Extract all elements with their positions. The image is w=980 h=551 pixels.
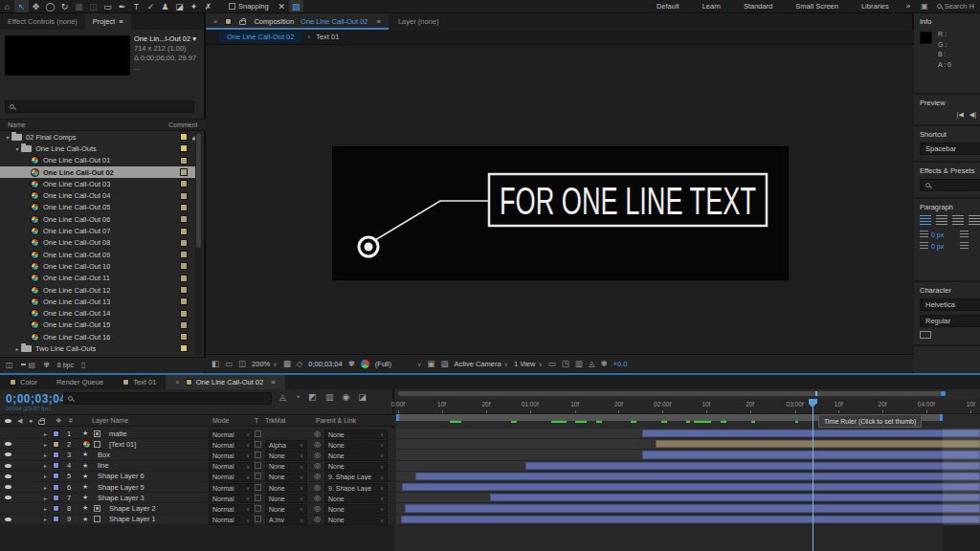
- pixel-aspect-icon[interactable]: ▭: [548, 359, 556, 368]
- project-comp-row[interactable]: One Line Call-Out 13: [0, 296, 195, 307]
- hand-tool[interactable]: ✥: [29, 0, 43, 12]
- mask-expansion-icon[interactable]: ▧: [289, 0, 303, 12]
- label-color-swatch[interactable]: [180, 168, 188, 176]
- layer-track[interactable]: [396, 429, 980, 439]
- rotate-tool[interactable]: ↻: [57, 0, 72, 12]
- mode-dropdown[interactable]: Normal∨: [209, 483, 254, 493]
- previous-frame-button[interactable]: ◀|: [969, 111, 976, 119]
- timeline-timecode[interactable]: 0;00;03;04: [6, 392, 67, 406]
- project-comp-row[interactable]: One Line Call-Out 14: [0, 307, 195, 319]
- eye-icon[interactable]: [5, 482, 11, 492]
- parent-dropdown[interactable]: None∨: [324, 430, 388, 439]
- label-color-swatch[interactable]: [53, 493, 59, 502]
- workspace-bar-icon[interactable]: ▣: [916, 2, 933, 11]
- mask-visibility-icon[interactable]: ◇: [297, 359, 303, 368]
- layer-row[interactable]: ▸4★lineNormal∨None∨◎None∨: [0, 461, 394, 472]
- flowchart-button-icon[interactable]: ◬: [589, 359, 595, 368]
- t-switch[interactable]: [255, 482, 262, 492]
- label-color-swatch[interactable]: [180, 310, 188, 318]
- puppet-pin-tool[interactable]: ✗: [201, 0, 215, 12]
- breadcrumb-parent[interactable]: One Line Call-Out 02: [219, 32, 301, 42]
- layer-row[interactable]: ▸5★Shape Layer 6Normal∨None∨◎9. Shape La…: [0, 472, 394, 482]
- playhead-handle[interactable]: [809, 399, 817, 408]
- camera-tool[interactable]: ▦: [72, 0, 86, 12]
- solo-column-icon[interactable]: ●: [29, 417, 33, 424]
- layer-name[interactable]: Shape Layer 6: [98, 472, 145, 481]
- label-color-swatch[interactable]: [180, 192, 188, 200]
- project-comp-row[interactable]: One Line Call-Out 01: [0, 155, 195, 166]
- eraser-tool[interactable]: ◪: [172, 0, 187, 12]
- motion-blur-icon[interactable]: ◉: [342, 392, 349, 402]
- trkmat-dropdown[interactable]: None∨: [265, 504, 307, 514]
- align-left-button[interactable]: [920, 215, 931, 225]
- twirl-icon[interactable]: ▸: [13, 345, 21, 352]
- twirl-icon[interactable]: ▸: [44, 439, 47, 449]
- mode-dropdown[interactable]: Normal∨: [209, 440, 254, 450]
- effects-presets-title[interactable]: Effects & Presets: [920, 166, 980, 175]
- label-color-swatch[interactable]: [180, 215, 188, 223]
- navigator-handle[interactable]: [941, 391, 946, 396]
- indent-right-value[interactable]: 0 px: [931, 243, 944, 250]
- layer-duration-bar[interactable]: [642, 430, 980, 437]
- region-of-interest-icon[interactable]: ▣: [427, 359, 434, 368]
- info-title[interactable]: Info: [920, 17, 980, 26]
- label-color-swatch[interactable]: [180, 180, 188, 187]
- project-scrollbar[interactable]: [195, 131, 202, 355]
- layer-row[interactable]: ▸9★Shape Layer 1Normal∨A.Inv∨◎None∨: [0, 515, 394, 525]
- t-switch[interactable]: [255, 439, 262, 449]
- pickwhip-icon[interactable]: ◎: [314, 503, 321, 513]
- layer-duration-bar[interactable]: [642, 451, 980, 458]
- label-color-swatch[interactable]: [180, 286, 188, 294]
- zoom-tool[interactable]: ◯: [43, 0, 57, 12]
- project-comp-row[interactable]: One Line Call-Out 03: [0, 178, 195, 189]
- draft-3d-icon[interactable]: ◔: [295, 392, 300, 402]
- column-name[interactable]: Name: [0, 121, 168, 128]
- project-search-input[interactable]: [5, 100, 194, 113]
- audio-column-icon[interactable]: ◀: [17, 417, 22, 425]
- project-comp-row[interactable]: One Line Call-Out 16: [0, 331, 195, 342]
- column-t[interactable]: T: [255, 417, 258, 424]
- layer-duration-bar[interactable]: [401, 516, 980, 523]
- twirl-icon[interactable]: ▸: [44, 493, 47, 502]
- workspace-standard[interactable]: Standard: [732, 2, 784, 11]
- effects-search-input[interactable]: [920, 179, 980, 191]
- column-comment[interactable]: Comment: [168, 121, 197, 128]
- type-tool[interactable]: T: [129, 0, 144, 12]
- view-layout-dropdown[interactable]: 1 View∨: [514, 360, 543, 368]
- label-color-swatch[interactable]: [180, 144, 188, 152]
- t-switch[interactable]: [255, 450, 262, 459]
- column-trkmat[interactable]: TrkMat: [265, 417, 286, 424]
- layer-name[interactable]: line: [98, 461, 109, 471]
- snapping-checkbox[interactable]: [229, 3, 235, 10]
- layer-track[interactable]: [396, 493, 980, 503]
- layer-track[interactable]: [396, 482, 980, 493]
- layer-duration-bar[interactable]: [525, 462, 980, 470]
- zoom-dropdown[interactable]: 200%∨: [252, 360, 278, 368]
- t-switch[interactable]: [255, 461, 262, 471]
- project-comp-row[interactable]: One Line Call-Out 09: [0, 249, 195, 260]
- mode-dropdown[interactable]: Normal∨: [209, 516, 254, 525]
- label-color-swatch[interactable]: [180, 239, 188, 247]
- timeline-tab-color[interactable]: Color: [0, 375, 47, 389]
- eye-icon[interactable]: [5, 493, 11, 502]
- brush-tool[interactable]: ✓: [144, 0, 158, 12]
- tab-composition[interactable]: × Composition One Line Call-Out 02 ≡: [206, 13, 389, 30]
- twirl-icon[interactable]: ▾: [13, 145, 21, 152]
- trkmat-dropdown[interactable]: Alpha∨: [265, 440, 307, 450]
- layer-name[interactable]: Shape Layer 3: [98, 493, 145, 502]
- twirl-icon[interactable]: ▸: [44, 450, 47, 459]
- project-comp-row[interactable]: One Line Call-Out 15: [0, 320, 195, 331]
- label-color-swatch[interactable]: [53, 472, 59, 481]
- label-color-swatch[interactable]: [180, 275, 188, 282]
- tab-layer[interactable]: Layer (none): [389, 13, 449, 30]
- font-family-dropdown[interactable]: Helvetica: [920, 298, 980, 311]
- project-comp-row[interactable]: One Line Call-Out 11: [0, 273, 195, 284]
- frame-blending-icon[interactable]: ▥: [325, 392, 334, 402]
- comp-mini-flowchart-icon[interactable]: ◬: [279, 392, 286, 402]
- align-center-button[interactable]: [936, 215, 947, 225]
- pickwhip-icon[interactable]: ◎: [314, 429, 321, 438]
- layer-duration-bar[interactable]: [415, 473, 980, 480]
- clone-stamp-tool[interactable]: ♟: [158, 0, 172, 12]
- layer-row[interactable]: ▸1★matteNormal∨◎None∨: [0, 429, 394, 439]
- hide-shy-layers-icon[interactable]: ◩: [308, 392, 317, 402]
